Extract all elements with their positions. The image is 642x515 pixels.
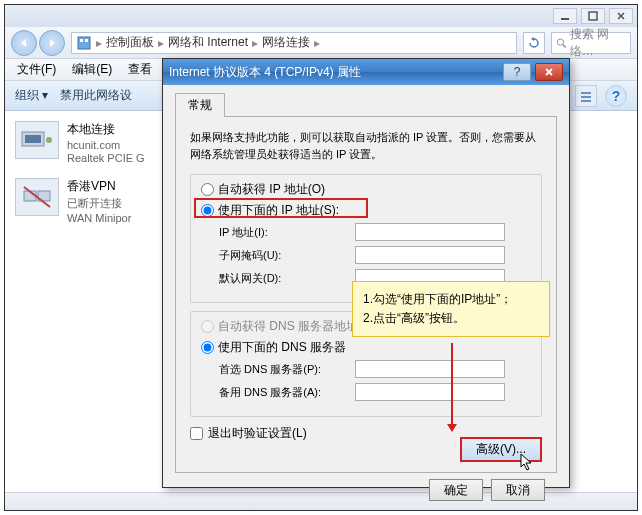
svg-rect-15 — [25, 135, 41, 143]
search-icon — [556, 37, 567, 49]
connection-name: 本地连接 — [67, 121, 145, 138]
breadcrumb-part[interactable]: 网络连接 — [262, 34, 310, 51]
svg-rect-4 — [85, 39, 88, 42]
svg-rect-12 — [581, 96, 591, 98]
radio-auto-dns-label: 自动获得 DNS 服务器地址 — [218, 318, 358, 335]
radio-manual-dns-input[interactable] — [201, 341, 214, 354]
titlebar — [5, 5, 637, 27]
navbar: ▸ 控制面板 ▸ 网络和 Internet ▸ 网络连接 ▸ 搜索 网络… — [5, 27, 637, 59]
control-panel-icon — [76, 35, 92, 51]
dialog-footer: 确定 取消 — [175, 473, 557, 501]
minimize-button[interactable] — [553, 8, 577, 24]
annotation-callout: 1.勾选“使用下面的IP地址”； 2.点击“高级”按钮。 — [352, 281, 550, 337]
dialog-title: Internet 协议版本 4 (TCP/IPv4) 属性 — [169, 64, 499, 81]
callout-line1: 1.勾选“使用下面的IP地址”； — [363, 290, 539, 309]
svg-rect-1 — [589, 12, 597, 20]
svg-rect-0 — [561, 18, 569, 20]
subnet-mask-label: 子网掩码(U): — [219, 248, 355, 263]
tab-content: 如果网络支持此功能，则可以获取自动指派的 IP 设置。否则，您需要从网络系统管理… — [175, 117, 557, 473]
maximize-button[interactable] — [581, 8, 605, 24]
connection-adapter: Realtek PCIE G — [67, 152, 145, 164]
menu-view[interactable]: 查看 — [122, 59, 158, 80]
cancel-button[interactable]: 取消 — [491, 479, 545, 501]
gateway-label: 默认网关(D): — [219, 271, 355, 286]
network-adapter-icon — [15, 121, 59, 159]
list-item[interactable]: 香港VPN 已断开连接 WAN Minipor — [15, 178, 145, 224]
radio-manual-dns-label: 使用下面的 DNS 服务器 — [218, 339, 346, 356]
breadcrumb-part[interactable]: 控制面板 — [106, 34, 154, 51]
validate-label: 退出时验证设置(L) — [208, 425, 307, 442]
radio-manual-ip-input[interactable] — [201, 204, 214, 217]
dialog-close-button[interactable] — [535, 63, 563, 81]
help-button[interactable]: ? — [605, 85, 627, 107]
radio-auto-ip-input[interactable] — [201, 183, 214, 196]
ok-button[interactable]: 确定 — [429, 479, 483, 501]
radio-manual-ip[interactable]: 使用下面的 IP 地址(S): — [201, 202, 531, 219]
list-item[interactable]: 本地连接 hcunit.com Realtek PCIE G — [15, 121, 145, 164]
radio-auto-dns-input — [201, 320, 214, 333]
back-button[interactable] — [11, 30, 37, 56]
breadcrumb-part[interactable]: 网络和 Internet — [168, 34, 248, 51]
connection-status: hcunit.com — [67, 139, 145, 151]
search-placeholder: 搜索 网络… — [570, 26, 626, 60]
connection-name: 香港VPN — [67, 178, 131, 195]
connection-adapter: WAN Minipor — [67, 212, 131, 224]
svg-rect-2 — [78, 37, 90, 49]
ip-address-input[interactable] — [355, 223, 505, 241]
disable-device-button[interactable]: 禁用此网络设 — [60, 87, 132, 104]
subnet-mask-input[interactable] — [355, 246, 505, 264]
tab-header: 常规 — [175, 93, 557, 117]
tab-general[interactable]: 常规 — [175, 93, 225, 117]
dns2-label: 备用 DNS 服务器(A): — [219, 385, 355, 400]
dialog-titlebar: Internet 协议版本 4 (TCP/IPv4) 属性 ? — [163, 59, 569, 85]
connection-list: 本地连接 hcunit.com Realtek PCIE G 香港VPN 已断开… — [5, 111, 155, 492]
ipv4-properties-dialog: Internet 协议版本 4 (TCP/IPv4) 属性 ? 常规 如果网络支… — [162, 58, 570, 488]
menu-edit[interactable]: 编辑(E) — [66, 59, 118, 80]
dns1-label: 首选 DNS 服务器(P): — [219, 362, 355, 377]
close-button[interactable] — [609, 8, 633, 24]
menu-file[interactable]: 文件(F) — [11, 59, 62, 80]
connection-status: 已断开连接 — [67, 196, 131, 211]
details-button[interactable] — [575, 85, 597, 107]
cursor-icon — [519, 452, 537, 472]
svg-rect-13 — [581, 100, 591, 102]
breadcrumb[interactable]: ▸ 控制面板 ▸ 网络和 Internet ▸ 网络连接 ▸ — [71, 32, 517, 54]
radio-manual-dns[interactable]: 使用下面的 DNS 服务器 — [201, 339, 531, 356]
radio-auto-ip-label: 自动获得 IP 地址(O) — [218, 181, 325, 198]
svg-point-5 — [557, 38, 563, 44]
dialog-help-button[interactable]: ? — [503, 63, 531, 81]
validate-checkbox[interactable] — [190, 427, 203, 440]
radio-manual-ip-label: 使用下面的 IP 地址(S): — [218, 202, 339, 219]
svg-rect-3 — [80, 39, 83, 42]
svg-rect-11 — [581, 92, 591, 94]
callout-line2: 2.点击“高级”按钮。 — [363, 309, 539, 328]
svg-line-6 — [563, 44, 566, 47]
vpn-icon — [15, 178, 59, 216]
radio-auto-ip[interactable]: 自动获得 IP 地址(O) — [201, 181, 531, 198]
forward-button[interactable] — [39, 30, 65, 56]
refresh-button[interactable] — [523, 32, 545, 54]
search-input[interactable]: 搜索 网络… — [551, 32, 631, 54]
description-text: 如果网络支持此功能，则可以获取自动指派的 IP 设置。否则，您需要从网络系统管理… — [190, 129, 542, 162]
dns1-input[interactable] — [355, 360, 505, 378]
dns2-input[interactable] — [355, 383, 505, 401]
annotation-arrow — [451, 343, 453, 431]
ip-address-label: IP 地址(I): — [219, 225, 355, 240]
svg-point-16 — [46, 137, 52, 143]
organize-button[interactable]: 组织 ▾ — [15, 87, 48, 104]
